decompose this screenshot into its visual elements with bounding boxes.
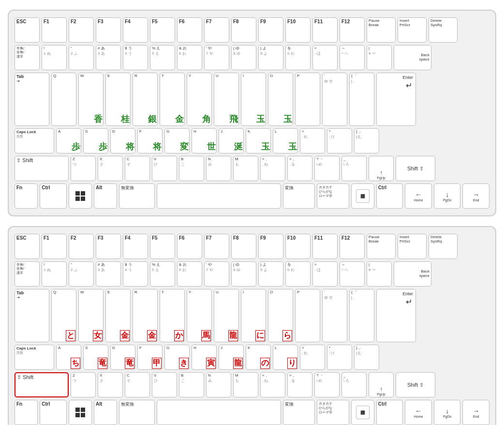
- key-f[interactable]: F将: [137, 128, 163, 153]
- key-w-2[interactable]: W女: [78, 289, 104, 342]
- key-ctrl-left-2[interactable]: Ctrl: [40, 400, 67, 425]
- key-backspace[interactable]: Backspace: [394, 45, 431, 70]
- key-f6-2[interactable]: F6: [177, 234, 202, 259]
- key-minus-2[interactable]: =- ほ: [312, 261, 338, 287]
- key-m[interactable]: Mも: [233, 156, 258, 181]
- key-t-2[interactable]: Tか: [160, 289, 185, 342]
- key-x[interactable]: Xさ: [98, 156, 123, 181]
- key-1[interactable]: !1 ぬ: [42, 45, 67, 70]
- key-at-2[interactable]: `@ せ: [322, 289, 347, 342]
- key-tab-2[interactable]: Tab⇥: [15, 289, 49, 342]
- key-henkan-2[interactable]: 変換: [283, 400, 315, 425]
- key-4-2[interactable]: $ う4 う: [123, 261, 148, 287]
- key-fn-2[interactable]: Fn: [15, 400, 38, 425]
- key-0-2[interactable]: を0 わ: [285, 261, 311, 287]
- key-p[interactable]: P: [295, 73, 320, 126]
- key-7[interactable]: ' や7 や: [204, 45, 229, 70]
- key-8-2[interactable]: ( ゆ8 ゆ: [231, 261, 256, 287]
- key-u-2[interactable]: U龍: [214, 289, 239, 342]
- key-f4-2[interactable]: F4: [123, 234, 148, 259]
- key-pause-2[interactable]: PauseBreak: [367, 234, 396, 259]
- key-left-arrow-2[interactable]: ←Home: [405, 400, 432, 425]
- key-win[interactable]: [69, 183, 92, 209]
- key-alt-left-2[interactable]: Alt: [94, 400, 117, 425]
- key-z[interactable]: Zつ: [71, 156, 96, 181]
- key-backslash-2[interactable]: _\ ろ: [341, 372, 367, 397]
- key-insert-2[interactable]: InsertPrtScr: [398, 234, 427, 259]
- key-n[interactable]: Nみ: [206, 156, 231, 181]
- key-e[interactable]: E桂: [105, 73, 131, 126]
- key-f11[interactable]: F11: [312, 17, 338, 43]
- key-katakana[interactable]: カタカナひらがなローマ字: [317, 183, 349, 209]
- key-open-bracket-2[interactable]: { 「[ 。: [349, 289, 374, 342]
- key-r[interactable]: R銀: [133, 73, 158, 126]
- key-comma-2[interactable]: < 、, ね: [260, 372, 285, 397]
- key-a[interactable]: A歩: [56, 128, 81, 153]
- key-n-2[interactable]: Nみ: [206, 372, 231, 397]
- key-henkan[interactable]: 変換: [283, 183, 315, 209]
- key-9-2[interactable]: ) よ9 よ: [258, 261, 283, 287]
- key-tab[interactable]: Tab⇥: [15, 73, 49, 126]
- key-space[interactable]: [157, 183, 281, 209]
- key-v[interactable]: Vひ: [152, 156, 177, 181]
- key-down-arrow[interactable]: ↓PgDn: [434, 183, 461, 209]
- key-m-2[interactable]: Mも: [233, 372, 258, 397]
- key-c[interactable]: Cそ: [125, 156, 150, 181]
- key-f10-2[interactable]: F10: [285, 234, 311, 259]
- key-esc[interactable]: ESC: [15, 17, 40, 43]
- key-h[interactable]: H世: [192, 128, 217, 153]
- key-l[interactable]: L玉: [273, 128, 298, 153]
- key-f2[interactable]: F2: [69, 17, 94, 43]
- key-capslock-2[interactable]: Caps Lock英数: [15, 345, 54, 370]
- key-f3[interactable]: F3: [96, 17, 121, 43]
- key-u[interactable]: U飛: [214, 73, 239, 126]
- key-1-2[interactable]: !1 ぬ: [42, 261, 67, 287]
- key-b[interactable]: Bこ: [179, 156, 204, 181]
- key-z-2[interactable]: Zつ: [71, 372, 96, 397]
- key-f5[interactable]: F5: [150, 17, 175, 43]
- key-close-bracket[interactable]: } 」] む: [354, 128, 379, 153]
- key-pgup[interactable]: ↑PgUp: [369, 156, 394, 181]
- key-hankaku[interactable]: 半角/全角/漢字: [15, 45, 40, 70]
- key-right-arrow[interactable]: →End: [462, 183, 489, 209]
- key-s[interactable]: S歩: [83, 128, 108, 153]
- key-yen-2[interactable]: |¥ ー: [367, 261, 392, 287]
- key-f12[interactable]: F12: [340, 17, 365, 43]
- key-f5-2[interactable]: F5: [150, 234, 175, 259]
- key-y[interactable]: Y角: [187, 73, 212, 126]
- key-w[interactable]: W香: [78, 73, 104, 126]
- key-kana-pad[interactable]: ⬛: [351, 183, 374, 209]
- key-g[interactable]: G変: [164, 128, 190, 153]
- key-g-2[interactable]: Gき: [164, 345, 190, 370]
- key-shift-right-2[interactable]: Shift ⇧: [396, 372, 435, 397]
- key-asterisk-2[interactable]: *: け: [327, 345, 352, 370]
- key-space-2[interactable]: [157, 400, 281, 425]
- key-q[interactable]: Q: [51, 73, 76, 126]
- key-minus[interactable]: = - ほ: [312, 45, 338, 70]
- key-f12-2[interactable]: F12: [340, 234, 365, 259]
- key-delete[interactable]: DeleteSysRq: [429, 17, 458, 43]
- key-close-bracket-2[interactable]: } 」] む: [354, 345, 379, 370]
- key-i-2[interactable]: Iに: [241, 289, 266, 342]
- key-fn[interactable]: Fn: [15, 183, 38, 209]
- key-f6[interactable]: F6: [177, 17, 202, 43]
- key-9[interactable]: ) よ9 よ: [258, 45, 283, 70]
- key-left-arrow[interactable]: ←Home: [405, 183, 432, 209]
- key-v-2[interactable]: Vひ: [152, 372, 177, 397]
- key-at[interactable]: `@ せ: [322, 73, 347, 126]
- key-muhenkan-2[interactable]: 無変換: [119, 400, 155, 425]
- key-k-2[interactable]: Kの: [246, 345, 271, 370]
- key-pause[interactable]: PauseBreak: [367, 17, 396, 43]
- key-f9[interactable]: F9: [258, 17, 283, 43]
- key-p-2[interactable]: P: [295, 289, 320, 342]
- key-t[interactable]: T金: [160, 73, 185, 126]
- key-slash-2[interactable]: ? ・/ め: [314, 372, 340, 397]
- key-plus[interactable]: +; れ: [300, 128, 325, 153]
- key-comma[interactable]: < 、, ね: [260, 156, 285, 181]
- key-f3-2[interactable]: F3: [96, 234, 121, 259]
- key-f1[interactable]: F1: [42, 17, 67, 43]
- key-5[interactable]: % え5 え: [150, 45, 175, 70]
- key-period[interactable]: > 。. る: [287, 156, 312, 181]
- key-open-bracket[interactable]: { 「[ 。: [349, 73, 374, 126]
- key-f9-2[interactable]: F9: [258, 234, 283, 259]
